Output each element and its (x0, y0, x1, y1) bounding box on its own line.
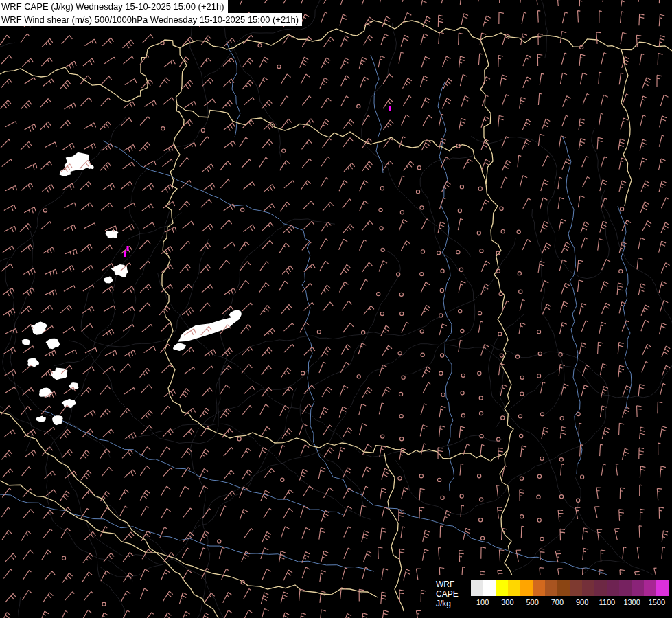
legend-tick-label: 1100 (599, 598, 616, 606)
legend-tick-label: 500 (526, 598, 538, 606)
legend-scale: 100300500700900110013001500 (470, 575, 672, 610)
legend-color-box (619, 580, 632, 596)
legend-color-box (520, 580, 533, 596)
legend-title-line2: CAPE (436, 589, 470, 599)
legend-title-line3: J/kg (436, 599, 470, 608)
legend-color-box (533, 580, 545, 596)
cape-legend: WRF CAPE J/kg 10030050070090011001300150… (428, 575, 672, 618)
legend-color-box (632, 580, 644, 596)
legend-color-box (644, 580, 656, 596)
legend-tick-label: 100 (476, 598, 489, 606)
legend-color-box (483, 580, 496, 596)
weather-map-page: WRF CAPE (J/kg) Wednesday 15-10-2025 15:… (0, 0, 672, 618)
legend-tick-label: 1500 (649, 598, 665, 606)
title-wind-shear: WRF Wind shear (m/s) 500/1000hPa Wednesd… (0, 13, 302, 26)
legend-title-line1: WRF (436, 580, 470, 589)
legend-color-box (508, 580, 520, 596)
legend-color-box (570, 580, 582, 596)
legend-color-box (545, 580, 557, 596)
legend-color-box (471, 580, 483, 596)
legend-color-box (582, 580, 594, 596)
legend-color-box (656, 580, 669, 596)
legend-color-bar (470, 579, 669, 597)
legend-tick-label: 1300 (623, 598, 640, 606)
legend-tick-labels: 100300500700900110013001500 (470, 598, 669, 610)
legend-color-box (594, 580, 607, 596)
legend-title: WRF CAPE J/kg (428, 575, 470, 608)
legend-color-box (557, 580, 570, 596)
legend-tick-label: 900 (576, 598, 588, 606)
weather-map-canvas (0, 0, 672, 618)
legend-tick-label: 300 (501, 598, 513, 606)
map-titles: WRF CAPE (J/kg) Wednesday 15-10-2025 15:… (0, 0, 302, 26)
legend-color-box (496, 580, 508, 596)
legend-tick-label: 700 (551, 598, 564, 606)
legend-color-box (607, 580, 619, 596)
title-cape: WRF CAPE (J/kg) Wednesday 15-10-2025 15:… (0, 0, 228, 13)
